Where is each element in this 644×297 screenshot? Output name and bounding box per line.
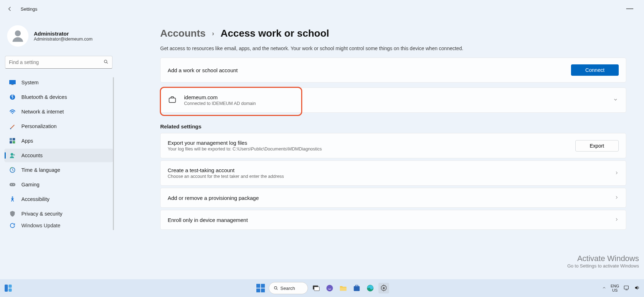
personalization-icon	[9, 123, 16, 129]
svg-rect-28	[314, 287, 319, 291]
settings-icon[interactable]	[378, 283, 389, 293]
breadcrumb-parent[interactable]: Accounts	[160, 28, 206, 39]
network-tray-icon[interactable]	[623, 285, 630, 291]
sidebar-item-apps[interactable]: Apps	[4, 134, 113, 148]
export-logs-title: Export your management log files	[168, 140, 322, 146]
svg-rect-30	[340, 287, 346, 291]
page-title: Access work or school	[221, 28, 329, 39]
chevron-right-icon	[614, 217, 619, 223]
domain-account-row[interactable]: idemeum.com Connected to IDEMEUM AD doma…	[160, 87, 626, 113]
start-icon[interactable]	[255, 283, 266, 293]
chat-icon[interactable]	[324, 283, 335, 293]
test-taking-sub: Choose an account for the test taker and…	[168, 174, 284, 179]
bluetooth-icon	[9, 94, 16, 100]
sidebar-item-gaming[interactable]: Gaming	[4, 178, 113, 191]
sidebar-item-network[interactable]: Network & internet	[4, 105, 113, 118]
svg-point-34	[383, 287, 385, 289]
taskbar: Search ENG US	[0, 279, 644, 297]
test-taking-title: Create a test-taking account	[168, 167, 284, 173]
activation-watermark: Activate Windows Go to Settings to activ…	[567, 254, 639, 269]
search-field[interactable]	[9, 59, 103, 65]
svg-point-11	[11, 153, 14, 156]
time-icon	[9, 167, 16, 173]
edge-icon[interactable]	[365, 283, 376, 293]
breadcrumb: Accounts › Access work or school	[160, 28, 626, 39]
search-icon	[103, 59, 109, 66]
svg-point-16	[13, 184, 14, 185]
window-title: Settings	[21, 6, 37, 12]
volume-tray-icon[interactable]	[634, 285, 640, 291]
svg-rect-14	[10, 183, 16, 186]
svg-point-26	[274, 287, 277, 289]
system-icon	[9, 79, 16, 86]
test-taking-row[interactable]: Create a test-taking account Choose an a…	[160, 160, 626, 186]
chevron-right-icon	[614, 195, 619, 201]
minimize-button[interactable]: —	[626, 4, 633, 12]
avatar-icon	[7, 25, 28, 47]
profile-block[interactable]: Administrator Administrator@idemeum.com	[4, 23, 113, 53]
svg-rect-31	[354, 286, 360, 291]
svg-point-4	[10, 95, 15, 100]
svg-rect-2	[9, 80, 16, 84]
profile-email: Administrator@idemeum.com	[34, 37, 93, 42]
svg-rect-19	[5, 285, 8, 292]
svg-rect-25	[261, 288, 265, 292]
svg-point-5	[12, 113, 13, 114]
enroll-row[interactable]: Enroll only in device management	[160, 210, 626, 230]
store-icon[interactable]	[351, 283, 362, 293]
tray-chevron-icon[interactable]	[602, 286, 606, 291]
back-button[interactable]	[6, 5, 14, 12]
svg-rect-3	[11, 84, 14, 85]
sidebar-item-update[interactable]: Windows Update	[4, 222, 113, 229]
sidebar-item-label: Accounts	[21, 153, 43, 158]
svg-rect-32	[355, 285, 358, 287]
language-indicator[interactable]: ENG US	[611, 284, 619, 292]
sidebar-item-label: Privacy & security	[21, 211, 62, 217]
svg-rect-9	[10, 141, 12, 143]
svg-rect-10	[12, 141, 15, 143]
explorer-icon[interactable]	[338, 283, 349, 293]
gaming-icon	[9, 181, 16, 188]
page-description: Get access to resources like email, apps…	[160, 46, 626, 51]
provisioning-row[interactable]: Add or remove a provisioning package	[160, 188, 626, 208]
chevron-right-icon: ›	[212, 30, 214, 37]
sidebar-item-label: Accessibility	[21, 196, 49, 202]
svg-point-0	[15, 30, 21, 36]
svg-rect-23	[261, 284, 265, 288]
sidebar-item-time[interactable]: Time & language	[4, 163, 113, 177]
svg-rect-6	[10, 128, 11, 129]
svg-point-12	[13, 154, 15, 156]
svg-rect-8	[12, 138, 15, 140]
sidebar-item-label: System	[21, 80, 38, 85]
sidebar-item-bluetooth[interactable]: Bluetooth & devices	[4, 90, 113, 104]
task-view-icon[interactable]	[311, 283, 321, 293]
widgets-icon[interactable]	[3, 283, 14, 293]
enroll-title: Enroll only in device management	[168, 217, 248, 223]
svg-rect-20	[9, 285, 12, 288]
taskbar-search-label: Search	[281, 286, 295, 291]
sidebar-item-accounts[interactable]: Accounts	[4, 149, 113, 162]
add-account-row: Add a work or school account Connect	[160, 58, 626, 83]
provisioning-title: Add or remove a provisioning package	[168, 195, 259, 201]
sidebar-item-accessibility[interactable]: Accessibility	[4, 192, 113, 206]
svg-rect-7	[10, 138, 12, 140]
chevron-right-icon	[614, 170, 619, 176]
svg-rect-35	[624, 286, 628, 289]
add-account-label: Add a work or school account	[168, 67, 238, 73]
sidebar-item-system[interactable]: System	[4, 76, 113, 89]
domain-status: Connected to IDEMEUM AD domain	[184, 101, 256, 106]
watermark-sub: Go to Settings to activate Windows	[567, 263, 639, 269]
sidebar-item-privacy[interactable]: Privacy & security	[4, 207, 113, 221]
export-button[interactable]: Export	[575, 140, 619, 152]
sidebar-item-personalization[interactable]: Personalization	[4, 120, 113, 133]
sidebar-item-label: Time & language	[21, 167, 60, 173]
accounts-icon	[9, 152, 16, 159]
taskbar-search[interactable]: Search	[269, 282, 308, 294]
search-input[interactable]	[5, 56, 112, 69]
sidebar-item-label: Personalization	[21, 123, 57, 129]
svg-rect-22	[256, 284, 260, 288]
connect-button[interactable]: Connect	[571, 64, 619, 76]
svg-rect-18	[169, 98, 176, 102]
export-logs-row: Export your management log files Your lo…	[160, 133, 626, 158]
sidebar-item-label: Gaming	[21, 182, 40, 187]
